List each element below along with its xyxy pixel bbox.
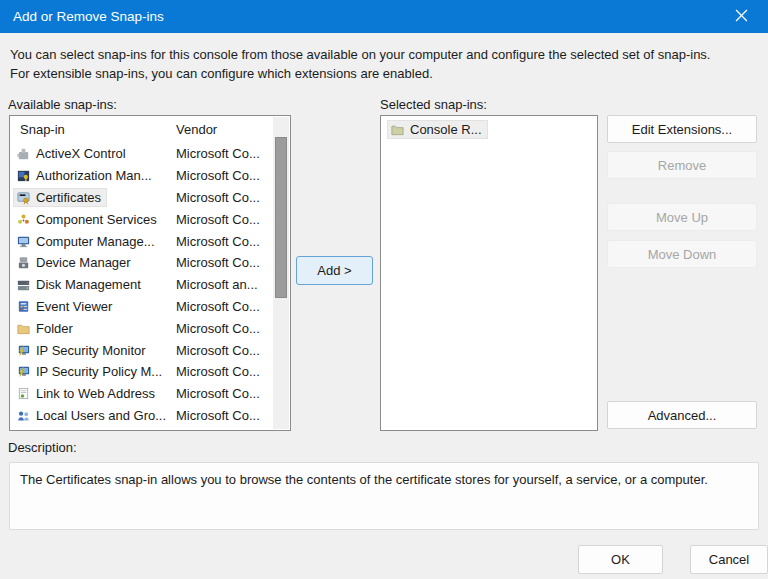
event-viewer-icon: [16, 299, 31, 314]
snapin-cell[interactable]: Link to Web Address: [13, 384, 161, 403]
snapin-cell[interactable]: Disk Management: [13, 275, 147, 294]
snapin-name: ActiveX Control: [36, 146, 126, 161]
ok-button[interactable]: OK: [578, 545, 663, 574]
scrollbar-track[interactable]: [273, 117, 289, 429]
available-snapins-list: Snap-in Vendor ActiveX ControlMicrosoft …: [9, 115, 291, 431]
snapin-row[interactable]: IP Security MonitorMicrosoft Co...: [10, 339, 290, 361]
snapin-name: Console R...: [410, 122, 482, 137]
intro-line-1: You can select snap-ins for this console…: [10, 46, 762, 65]
snapin-vendor: Microsoft Co...: [176, 255, 260, 270]
snapin-vendor: Microsoft Co...: [176, 386, 260, 401]
edit-extensions-button[interactable]: Edit Extensions...: [607, 115, 757, 143]
snapin-cell[interactable]: Event Viewer: [13, 297, 118, 316]
snapin-name: Folder: [36, 321, 73, 336]
snapin-name: Disk Management: [36, 277, 141, 292]
activex-icon: [16, 146, 31, 161]
snapin-vendor: Microsoft Co...: [176, 321, 260, 336]
title-bar: Add or Remove Snap-ins: [0, 0, 768, 33]
description-box: The Certificates snap-in allows you to b…: [9, 462, 759, 530]
snapin-row[interactable]: Authorization Man...Microsoft Co...: [10, 165, 290, 187]
snapin-vendor: Microsoft Co...: [176, 190, 260, 205]
selected-snapins-label: Selected snap-ins:: [380, 97, 487, 112]
ip-security-icon: [16, 343, 31, 358]
advanced-button[interactable]: Advanced...: [607, 401, 757, 429]
scrollbar-thumb[interactable]: [275, 137, 287, 298]
intro-text: You can select snap-ins for this console…: [10, 46, 762, 83]
snapin-cell[interactable]: ActiveX Control: [13, 144, 132, 163]
add-remove-snapins-dialog: Add or Remove Snap-ins You can select sn…: [0, 0, 768, 579]
snapin-cell[interactable]: Console R...: [387, 120, 488, 139]
snapin-name: Component Services: [36, 212, 157, 227]
close-button[interactable]: [720, 0, 762, 33]
snapin-vendor: Microsoft Co...: [176, 408, 260, 423]
device-manager-icon: [16, 255, 31, 270]
snapin-row[interactable]: Link to Web AddressMicrosoft Co...: [10, 383, 290, 405]
remove-button[interactable]: Remove: [607, 151, 757, 179]
snapin-vendor: Microsoft Co...: [176, 168, 260, 183]
column-header-vendor: Vendor: [176, 122, 217, 137]
snapin-vendor: Microsoft Co...: [176, 343, 260, 358]
intro-line-2: For extensible snap-ins, you can configu…: [10, 65, 762, 84]
snapin-name: IP Security Policy M...: [36, 364, 162, 379]
snapin-name: IP Security Monitor: [36, 343, 146, 358]
window-title: Add or Remove Snap-ins: [13, 0, 164, 33]
snapin-row[interactable]: Component ServicesMicrosoft Co...: [10, 208, 290, 230]
add-button[interactable]: Add >: [296, 256, 373, 285]
snapin-row[interactable]: Disk ManagementMicrosoft an...: [10, 274, 290, 296]
snapin-cell[interactable]: Computer Manage...: [13, 232, 161, 251]
description-text: The Certificates snap-in allows you to b…: [20, 472, 708, 487]
snapin-vendor: Microsoft Co...: [176, 234, 260, 249]
snapin-vendor: Microsoft Co...: [176, 364, 260, 379]
list-header: Snap-in Vendor: [10, 116, 290, 143]
snapin-row[interactable]: Device ManagerMicrosoft Co...: [10, 252, 290, 274]
local-users-icon: [16, 408, 31, 423]
folder-icon: [16, 321, 31, 336]
move-up-button[interactable]: Move Up: [607, 203, 757, 231]
snapin-row[interactable]: ActiveX ControlMicrosoft Co...: [10, 143, 290, 165]
close-icon: [735, 9, 748, 25]
snapin-cell[interactable]: IP Security Monitor: [13, 341, 152, 360]
snapin-row[interactable]: Computer Manage...Microsoft Co...: [10, 230, 290, 252]
snapin-cell[interactable]: Folder: [13, 319, 79, 338]
snapin-name: Certificates: [36, 190, 101, 205]
certificates-icon: [16, 190, 31, 205]
ip-security-icon: [16, 364, 31, 379]
snapin-vendor: Microsoft Co...: [176, 299, 260, 314]
snapin-cell[interactable]: Component Services: [13, 210, 163, 229]
selected-rows: Console R...: [381, 120, 597, 139]
available-rows: ActiveX ControlMicrosoft Co...Authorizat…: [10, 143, 290, 426]
snapin-name: Authorization Man...: [36, 168, 152, 183]
snapin-cell[interactable]: Device Manager: [13, 253, 137, 272]
selected-snapins-list: Console R...: [380, 115, 598, 431]
snapin-cell[interactable]: Authorization Man...: [13, 166, 158, 185]
snapin-vendor: Microsoft Co...: [176, 212, 260, 227]
selected-snapin-item[interactable]: Console R...: [384, 120, 597, 139]
available-snapins-label: Available snap-ins:: [8, 97, 117, 112]
snapin-name: Local Users and Gro...: [36, 408, 166, 423]
snapin-name: Device Manager: [36, 255, 131, 270]
snapin-vendor: Microsoft Co...: [176, 146, 260, 161]
disk-management-icon: [16, 277, 31, 292]
cancel-button[interactable]: Cancel: [690, 545, 768, 574]
computer-management-icon: [16, 234, 31, 249]
authorization-manager-icon: [16, 168, 31, 183]
snapin-cell[interactable]: Local Users and Gro...: [13, 406, 172, 425]
snapin-row[interactable]: Local Users and Gro...Microsoft Co...: [10, 405, 290, 427]
snapin-row[interactable]: CertificatesMicrosoft Co...: [10, 187, 290, 209]
snapin-name: Event Viewer: [36, 299, 112, 314]
snapin-row[interactable]: FolderMicrosoft Co...: [10, 317, 290, 339]
component-services-icon: [16, 212, 31, 227]
link-web-icon: [16, 386, 31, 401]
description-label: Description:: [8, 440, 77, 455]
snapin-vendor: Microsoft an...: [176, 277, 258, 292]
snapin-cell[interactable]: IP Security Policy M...: [13, 362, 168, 381]
console-folder-icon: [390, 122, 405, 137]
snapin-name: Link to Web Address: [36, 386, 155, 401]
snapin-name: Computer Manage...: [36, 234, 155, 249]
move-down-button[interactable]: Move Down: [607, 240, 757, 268]
snapin-cell[interactable]: Certificates: [13, 188, 107, 207]
snapin-row[interactable]: IP Security Policy M...Microsoft Co...: [10, 361, 290, 383]
column-header-snapin: Snap-in: [20, 122, 65, 137]
snapin-row[interactable]: Event ViewerMicrosoft Co...: [10, 296, 290, 318]
